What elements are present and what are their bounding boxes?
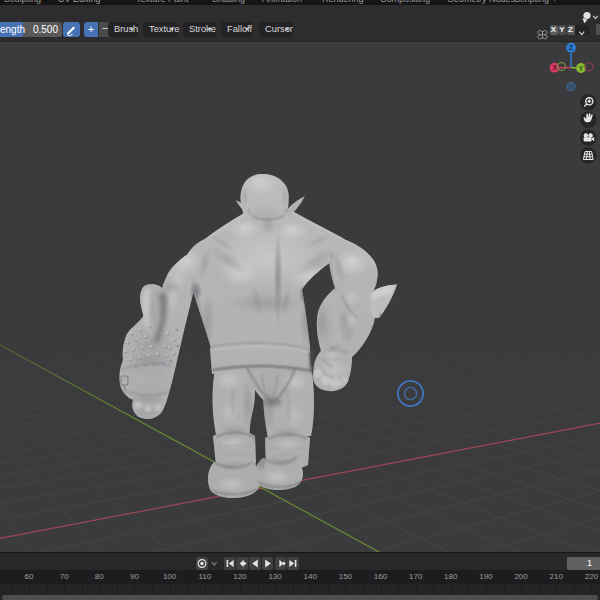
svg-text:X: X — [552, 64, 557, 71]
svg-text:Z: Z — [569, 44, 573, 51]
svg-text:Y: Y — [579, 65, 584, 72]
